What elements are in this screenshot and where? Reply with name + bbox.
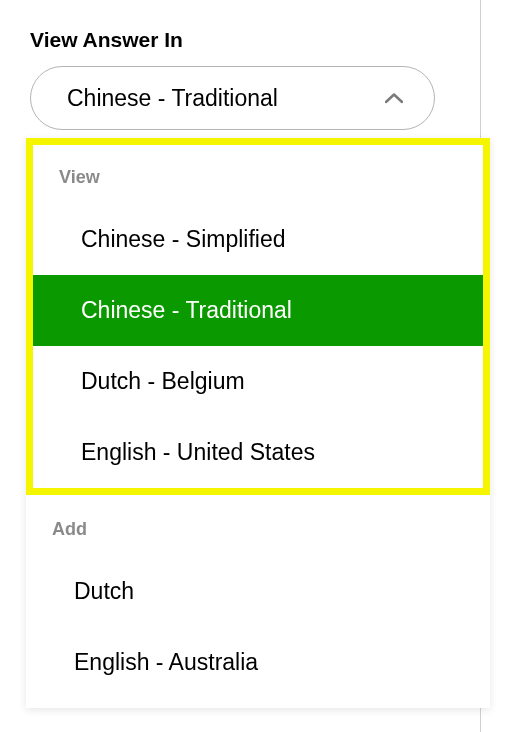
option-dutch[interactable]: Dutch [26, 556, 490, 627]
add-group: Add Dutch English - Australia [26, 495, 490, 708]
chevron-up-icon [384, 88, 404, 108]
language-dropdown-panel: View Chinese - Simplified Chinese - Trad… [26, 138, 490, 708]
language-selector-container: View Answer In Chinese - Traditional Vie… [0, 0, 524, 130]
option-english-united-states[interactable]: English - United States [33, 417, 483, 488]
group-header-view: View [33, 145, 483, 204]
option-chinese-traditional[interactable]: Chinese - Traditional [33, 275, 483, 346]
language-select-trigger[interactable]: Chinese - Traditional [30, 66, 435, 130]
option-chinese-simplified[interactable]: Chinese - Simplified [33, 204, 483, 275]
section-label: View Answer In [30, 28, 494, 52]
group-header-add: Add [26, 495, 490, 556]
option-english-australia[interactable]: English - Australia [26, 627, 490, 698]
selected-language-value: Chinese - Traditional [67, 85, 278, 112]
option-dutch-belgium[interactable]: Dutch - Belgium [33, 346, 483, 417]
view-group-highlight: View Chinese - Simplified Chinese - Trad… [26, 138, 490, 495]
